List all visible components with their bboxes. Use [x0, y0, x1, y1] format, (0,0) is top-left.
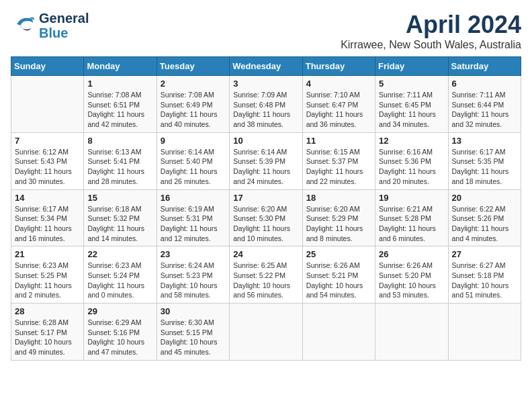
col-header-saturday: Saturday [448, 57, 521, 76]
calendar-cell: 17Sunrise: 6:20 AMSunset: 5:30 PMDayligh… [230, 189, 302, 246]
day-info: Sunrise: 6:13 AMSunset: 5:41 PMDaylight:… [87, 147, 152, 187]
day-info: Sunrise: 7:11 AMSunset: 6:45 PMDaylight:… [379, 90, 444, 130]
calendar-cell: 29Sunrise: 6:29 AMSunset: 5:16 PMDayligh… [84, 304, 157, 361]
day-number: 10 [233, 136, 298, 146]
day-info: Sunrise: 6:23 AMSunset: 5:24 PMDaylight:… [87, 261, 152, 300]
logo-text-general: General [39, 11, 89, 26]
page-header: General Blue April 2024 Kirrawee, New So… [11, 11, 521, 51]
day-number: 28 [15, 306, 80, 316]
calendar-subtitle: Kirrawee, New South Wales, Australia [341, 39, 521, 51]
day-number: 23 [161, 249, 226, 259]
day-info: Sunrise: 6:19 AMSunset: 5:31 PMDaylight:… [161, 204, 226, 244]
day-number: 18 [306, 193, 371, 203]
day-info: Sunrise: 6:20 AMSunset: 5:30 PMDaylight:… [233, 204, 298, 244]
day-info: Sunrise: 7:10 AMSunset: 6:47 PMDaylight:… [306, 90, 371, 130]
calendar-week-row: 7Sunrise: 6:12 AMSunset: 5:43 PMDaylight… [11, 132, 521, 189]
col-header-wednesday: Wednesday [230, 57, 302, 76]
calendar-cell: 16Sunrise: 6:19 AMSunset: 5:31 PMDayligh… [157, 189, 229, 246]
calendar-cell: 10Sunrise: 6:14 AMSunset: 5:39 PMDayligh… [230, 132, 302, 189]
col-header-friday: Friday [375, 57, 448, 76]
day-number: 11 [306, 136, 371, 146]
calendar-cell: 12Sunrise: 6:16 AMSunset: 5:36 PMDayligh… [375, 132, 448, 189]
calendar-cell [375, 304, 448, 361]
calendar-cell: 9Sunrise: 6:14 AMSunset: 5:40 PMDaylight… [157, 132, 229, 189]
day-info: Sunrise: 6:17 AMSunset: 5:34 PMDaylight:… [15, 204, 80, 244]
day-info: Sunrise: 6:14 AMSunset: 5:40 PMDaylight:… [161, 147, 226, 187]
calendar-cell: 28Sunrise: 6:28 AMSunset: 5:17 PMDayligh… [11, 304, 84, 361]
day-number: 4 [306, 79, 371, 89]
calendar-cell: 14Sunrise: 6:17 AMSunset: 5:34 PMDayligh… [11, 189, 84, 246]
calendar-cell: 2Sunrise: 7:08 AMSunset: 6:49 PMDaylight… [157, 76, 229, 133]
calendar-cell: 27Sunrise: 6:27 AMSunset: 5:18 PMDayligh… [448, 246, 521, 304]
calendar-cell: 30Sunrise: 6:30 AMSunset: 5:15 PMDayligh… [157, 304, 229, 361]
day-info: Sunrise: 6:18 AMSunset: 5:32 PMDaylight:… [87, 204, 152, 244]
day-number: 14 [15, 193, 80, 203]
calendar-cell: 7Sunrise: 6:12 AMSunset: 5:43 PMDaylight… [11, 132, 84, 189]
calendar-cell: 20Sunrise: 6:22 AMSunset: 5:26 PMDayligh… [448, 189, 521, 246]
day-number: 21 [15, 249, 80, 259]
calendar-cell: 21Sunrise: 6:23 AMSunset: 5:25 PMDayligh… [11, 246, 84, 304]
calendar-week-row: 1Sunrise: 7:08 AMSunset: 6:51 PMDaylight… [11, 76, 521, 133]
day-number: 27 [452, 249, 517, 259]
calendar-cell [448, 304, 521, 361]
calendar-cell: 3Sunrise: 7:09 AMSunset: 6:48 PMDaylight… [230, 76, 302, 133]
day-info: Sunrise: 6:24 AMSunset: 5:23 PMDaylight:… [161, 261, 226, 300]
day-info: Sunrise: 6:30 AMSunset: 5:15 PMDaylight:… [161, 318, 226, 357]
day-info: Sunrise: 6:25 AMSunset: 5:22 PMDaylight:… [233, 261, 298, 300]
logo: General Blue [11, 11, 89, 40]
calendar-table: SundayMondayTuesdayWednesdayThursdayFrid… [11, 56, 521, 361]
calendar-week-row: 14Sunrise: 6:17 AMSunset: 5:34 PMDayligh… [11, 189, 521, 246]
day-info: Sunrise: 6:28 AMSunset: 5:17 PMDaylight:… [15, 318, 80, 357]
day-info: Sunrise: 7:11 AMSunset: 6:44 PMDaylight:… [452, 90, 517, 130]
day-info: Sunrise: 6:22 AMSunset: 5:26 PMDaylight:… [452, 204, 517, 244]
calendar-cell: 19Sunrise: 6:21 AMSunset: 5:28 PMDayligh… [375, 189, 448, 246]
day-info: Sunrise: 6:26 AMSunset: 5:21 PMDaylight:… [306, 261, 371, 300]
logo-text-blue: Blue [39, 26, 89, 40]
day-number: 26 [379, 249, 444, 259]
calendar-cell: 8Sunrise: 6:13 AMSunset: 5:41 PMDaylight… [84, 132, 157, 189]
day-number: 9 [161, 136, 226, 146]
day-number: 19 [379, 193, 444, 203]
day-number: 5 [379, 79, 444, 89]
day-number: 8 [87, 136, 152, 146]
day-number: 2 [161, 79, 226, 89]
calendar-cell: 15Sunrise: 6:18 AMSunset: 5:32 PMDayligh… [84, 189, 157, 246]
calendar-cell: 6Sunrise: 7:11 AMSunset: 6:44 PMDaylight… [448, 76, 521, 133]
day-info: Sunrise: 6:16 AMSunset: 5:36 PMDaylight:… [379, 147, 444, 187]
day-number: 16 [161, 193, 226, 203]
calendar-cell: 13Sunrise: 6:17 AMSunset: 5:35 PMDayligh… [448, 132, 521, 189]
col-header-monday: Monday [84, 57, 157, 76]
calendar-title-block: April 2024 Kirrawee, New South Wales, Au… [341, 11, 521, 51]
calendar-cell [302, 304, 375, 361]
day-number: 3 [233, 79, 298, 89]
day-info: Sunrise: 6:14 AMSunset: 5:39 PMDaylight:… [233, 147, 298, 187]
calendar-cell [230, 304, 302, 361]
day-info: Sunrise: 6:26 AMSunset: 5:20 PMDaylight:… [379, 261, 444, 300]
calendar-cell: 18Sunrise: 6:20 AMSunset: 5:29 PMDayligh… [302, 189, 375, 246]
day-number: 22 [87, 249, 152, 259]
calendar-cell [11, 76, 84, 133]
day-info: Sunrise: 7:09 AMSunset: 6:48 PMDaylight:… [233, 90, 298, 130]
calendar-cell: 11Sunrise: 6:15 AMSunset: 5:37 PMDayligh… [302, 132, 375, 189]
col-header-thursday: Thursday [302, 57, 375, 76]
calendar-cell: 23Sunrise: 6:24 AMSunset: 5:23 PMDayligh… [157, 246, 229, 304]
day-number: 29 [87, 306, 152, 316]
calendar-cell: 4Sunrise: 7:10 AMSunset: 6:47 PMDaylight… [302, 76, 375, 133]
calendar-header-row: SundayMondayTuesdayWednesdayThursdayFrid… [11, 57, 521, 76]
day-info: Sunrise: 6:29 AMSunset: 5:16 PMDaylight:… [87, 318, 152, 357]
day-info: Sunrise: 6:12 AMSunset: 5:43 PMDaylight:… [15, 147, 80, 187]
calendar-title: April 2024 [341, 11, 521, 39]
col-header-sunday: Sunday [11, 57, 84, 76]
day-number: 12 [379, 136, 444, 146]
day-number: 30 [161, 306, 226, 316]
day-info: Sunrise: 6:15 AMSunset: 5:37 PMDaylight:… [306, 147, 371, 187]
day-number: 13 [452, 136, 517, 146]
day-info: Sunrise: 6:17 AMSunset: 5:35 PMDaylight:… [452, 147, 517, 187]
calendar-cell: 24Sunrise: 6:25 AMSunset: 5:22 PMDayligh… [230, 246, 302, 304]
day-info: Sunrise: 7:08 AMSunset: 6:51 PMDaylight:… [87, 90, 152, 130]
calendar-week-row: 21Sunrise: 6:23 AMSunset: 5:25 PMDayligh… [11, 246, 521, 304]
calendar-cell: 25Sunrise: 6:26 AMSunset: 5:21 PMDayligh… [302, 246, 375, 304]
day-number: 15 [87, 193, 152, 203]
calendar-cell: 22Sunrise: 6:23 AMSunset: 5:24 PMDayligh… [84, 246, 157, 304]
day-info: Sunrise: 7:08 AMSunset: 6:49 PMDaylight:… [161, 90, 226, 130]
